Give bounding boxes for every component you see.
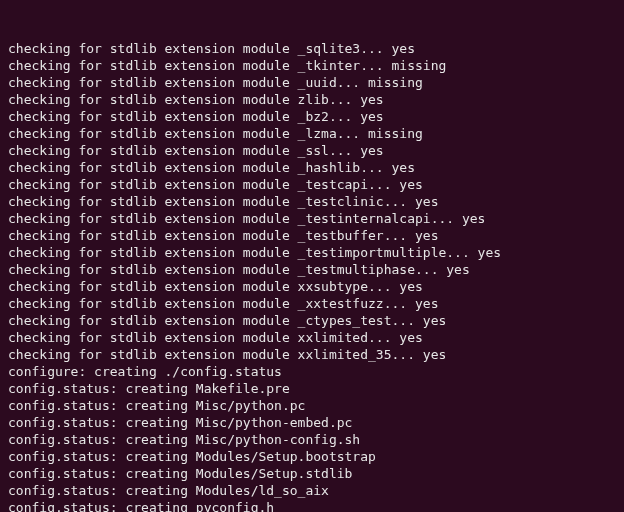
output-line: checking for stdlib extension module _te…	[8, 193, 616, 210]
output-line: checking for stdlib extension module _te…	[8, 227, 616, 244]
output-line: checking for stdlib extension module xxs…	[8, 278, 616, 295]
output-line: config.status: creating Makefile.pre	[8, 380, 616, 397]
output-line: config.status: creating pyconfig.h	[8, 499, 616, 512]
output-line: checking for stdlib extension module zli…	[8, 91, 616, 108]
output-line: config.status: creating Modules/Setup.st…	[8, 465, 616, 482]
output-line: config.status: creating Modules/Setup.bo…	[8, 448, 616, 465]
output-line: checking for stdlib extension module _te…	[8, 210, 616, 227]
output-line: config.status: creating Misc/python-embe…	[8, 414, 616, 431]
output-line: checking for stdlib extension module _uu…	[8, 74, 616, 91]
output-line: checking for stdlib extension module _sq…	[8, 40, 616, 57]
output-line: checking for stdlib extension module _lz…	[8, 125, 616, 142]
terminal[interactable]: checking for stdlib extension module _sq…	[0, 0, 624, 512]
output-line: checking for stdlib extension module _ha…	[8, 159, 616, 176]
terminal-output: checking for stdlib extension module _sq…	[8, 40, 616, 512]
output-line: checking for stdlib extension module _ss…	[8, 142, 616, 159]
output-line: checking for stdlib extension module _tk…	[8, 57, 616, 74]
output-line: config.status: creating Misc/python.pc	[8, 397, 616, 414]
output-line: checking for stdlib extension module _xx…	[8, 295, 616, 312]
output-line: checking for stdlib extension module _te…	[8, 244, 616, 261]
output-line: checking for stdlib extension module xxl…	[8, 346, 616, 363]
output-line: checking for stdlib extension module _bz…	[8, 108, 616, 125]
output-line: checking for stdlib extension module _ct…	[8, 312, 616, 329]
output-line: config.status: creating Misc/python-conf…	[8, 431, 616, 448]
output-line: configure: creating ./config.status	[8, 363, 616, 380]
output-line: checking for stdlib extension module xxl…	[8, 329, 616, 346]
output-line: config.status: creating Modules/ld_so_ai…	[8, 482, 616, 499]
output-line: checking for stdlib extension module _te…	[8, 176, 616, 193]
output-line: checking for stdlib extension module _te…	[8, 261, 616, 278]
